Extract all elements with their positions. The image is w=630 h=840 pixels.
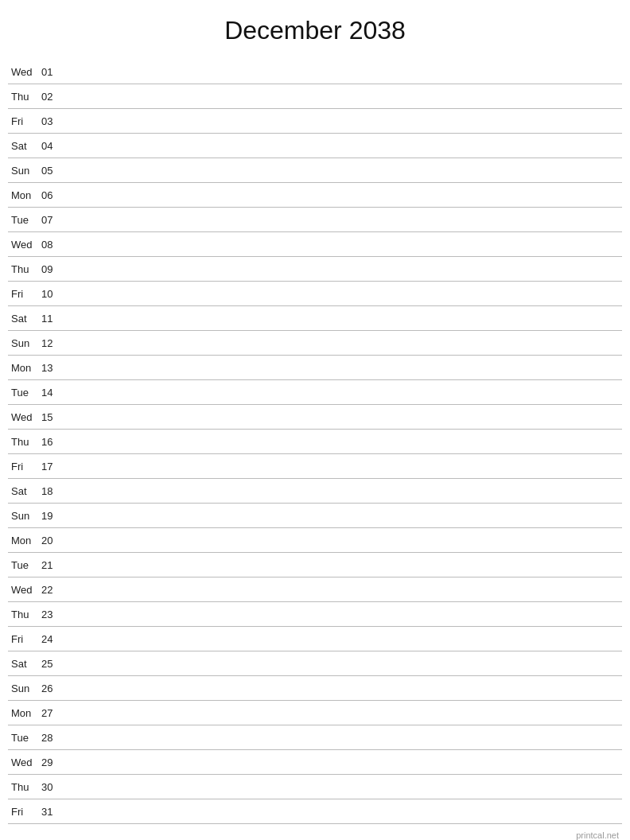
day-number: 27 xyxy=(41,707,62,719)
calendar-row: Mon06 xyxy=(8,183,622,208)
calendar-row: Mon13 xyxy=(8,356,622,380)
day-line xyxy=(62,318,619,319)
day-line xyxy=(62,688,619,689)
day-name: Wed xyxy=(11,411,41,423)
day-line xyxy=(62,515,619,516)
day-name: Mon xyxy=(11,189,41,201)
day-number: 06 xyxy=(41,189,62,201)
day-number: 07 xyxy=(41,214,62,226)
day-name: Sat xyxy=(11,140,41,152)
day-name: Mon xyxy=(11,535,41,546)
day-number: 31 xyxy=(41,806,62,818)
day-line xyxy=(62,614,619,615)
day-line xyxy=(62,368,619,368)
day-number: 28 xyxy=(41,732,62,744)
day-name: Thu xyxy=(11,91,41,103)
day-name: Wed xyxy=(11,239,41,251)
day-line xyxy=(62,540,619,541)
day-line xyxy=(62,491,619,492)
calendar-row: Wed01 xyxy=(8,60,622,84)
day-name: Wed xyxy=(11,756,41,768)
day-line xyxy=(62,663,619,664)
day-number: 05 xyxy=(41,165,62,177)
day-line xyxy=(62,787,619,788)
day-number: 21 xyxy=(41,559,62,571)
day-line xyxy=(62,589,619,590)
day-name: Fri xyxy=(11,461,41,472)
day-number: 15 xyxy=(41,411,62,423)
day-name: Wed xyxy=(11,584,41,596)
calendar-row: Thu02 xyxy=(8,84,622,109)
day-number: 19 xyxy=(41,510,62,522)
calendar-row: Fri17 xyxy=(8,454,622,479)
calendar-row: Sat18 xyxy=(8,479,622,504)
calendar-row: Thu16 xyxy=(8,430,622,454)
calendar-row: Sat04 xyxy=(8,134,622,158)
day-name: Mon xyxy=(11,707,41,719)
calendar-row: Wed15 xyxy=(8,405,622,430)
day-line xyxy=(62,737,619,738)
day-name: Sun xyxy=(11,682,41,694)
day-name: Thu xyxy=(11,609,41,620)
day-name: Sat xyxy=(11,313,41,325)
calendar-row: Sat25 xyxy=(8,651,622,676)
calendar-row: Wed22 xyxy=(8,578,622,602)
day-number: 18 xyxy=(41,485,62,497)
day-name: Thu xyxy=(11,781,41,793)
day-number: 09 xyxy=(41,263,62,275)
day-name: Sun xyxy=(11,510,41,522)
calendar-row: Sun26 xyxy=(8,676,622,701)
day-number: 13 xyxy=(41,362,62,374)
day-number: 02 xyxy=(41,91,62,103)
calendar-row: Mon27 xyxy=(8,701,622,725)
day-line xyxy=(62,466,619,467)
day-number: 11 xyxy=(41,313,62,325)
day-line xyxy=(62,244,619,245)
day-number: 16 xyxy=(41,436,62,448)
day-line xyxy=(62,392,619,393)
day-number: 22 xyxy=(41,584,62,596)
day-name: Tue xyxy=(11,732,41,744)
day-number: 03 xyxy=(41,115,62,127)
calendar-row: Sun05 xyxy=(8,158,622,183)
day-number: 20 xyxy=(41,535,62,546)
calendar-row: Thu30 xyxy=(8,775,622,799)
day-line xyxy=(62,417,619,418)
day-name: Sat xyxy=(11,658,41,670)
day-number: 23 xyxy=(41,609,62,620)
day-name: Sun xyxy=(11,165,41,177)
day-number: 10 xyxy=(41,288,62,300)
calendar-row: Fri10 xyxy=(8,282,622,306)
day-name: Sun xyxy=(11,337,41,349)
day-line xyxy=(62,713,619,714)
day-number: 29 xyxy=(41,756,62,768)
day-name: Fri xyxy=(11,288,41,300)
calendar-row: Fri31 xyxy=(8,799,622,824)
day-number: 17 xyxy=(41,461,62,472)
calendar-row: Wed08 xyxy=(8,232,622,257)
day-name: Fri xyxy=(11,115,41,127)
day-number: 08 xyxy=(41,239,62,251)
day-line xyxy=(62,343,619,344)
day-line xyxy=(62,146,619,146)
day-name: Tue xyxy=(11,387,41,399)
day-line xyxy=(62,639,619,640)
day-name: Thu xyxy=(11,436,41,448)
calendar-row: Tue14 xyxy=(8,380,622,405)
day-name: Fri xyxy=(11,806,41,818)
day-name: Wed xyxy=(11,66,41,78)
footer-text: printcal.net xyxy=(8,830,622,840)
calendar-row: Sat11 xyxy=(8,306,622,331)
day-name: Sat xyxy=(11,485,41,497)
day-number: 12 xyxy=(41,337,62,349)
day-line xyxy=(62,170,619,171)
calendar-row: Sun19 xyxy=(8,504,622,528)
day-line xyxy=(62,72,619,72)
day-number: 30 xyxy=(41,781,62,793)
day-line xyxy=(62,441,619,442)
day-line xyxy=(62,294,619,294)
day-name: Thu xyxy=(11,263,41,275)
day-line xyxy=(62,762,619,763)
day-line xyxy=(62,811,619,812)
day-line xyxy=(62,565,619,566)
